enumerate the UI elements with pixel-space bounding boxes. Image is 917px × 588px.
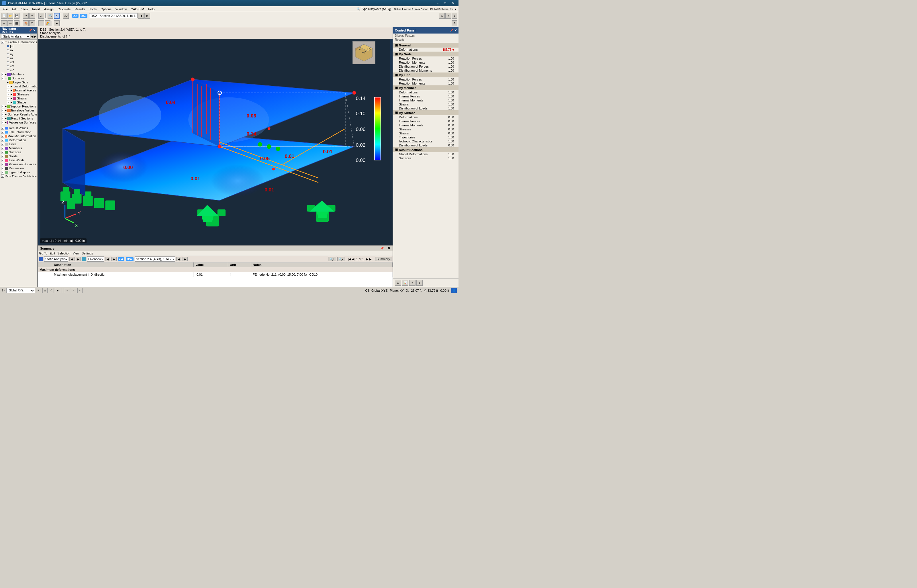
cp-table-btn[interactable]: ⊞ <box>395 280 401 286</box>
cube-navigator[interactable]: +Y +X +Z <box>352 41 375 64</box>
uy-radio[interactable] <box>7 53 9 55</box>
summary-nav-next3[interactable]: ▶ <box>182 257 188 261</box>
envelope-expand[interactable]: ▶ <box>5 109 6 112</box>
overview-dropdown[interactable]: Overview ▾ <box>87 257 104 262</box>
internal-forces-checkbox[interactable] <box>7 89 10 92</box>
nav-item-phiz[interactable]: φZ <box>0 68 37 72</box>
nav-item-uy[interactable]: uy <box>0 52 37 56</box>
cp-info-btn[interactable]: ℹ <box>417 280 423 286</box>
support-reactions-expand[interactable]: ▶ <box>5 105 6 108</box>
summary-nav-next1[interactable]: ▶ <box>76 257 81 261</box>
surfaces-checkbox[interactable] <box>1 77 4 80</box>
strains-checkbox[interactable] <box>7 97 10 100</box>
menu-cad-bim[interactable]: CAD-BIM <box>129 7 145 11</box>
cp-section-by-line[interactable]: ▣ By Line <box>393 73 458 78</box>
select-btn[interactable]: ↖ <box>54 13 60 19</box>
nav-item-support-reactions[interactable]: ▶ Support Reactions <box>0 104 37 108</box>
zoom-in-btn[interactable]: 🔍+ <box>328 257 336 261</box>
nav-item-maxmin-information[interactable]: Max/Min Information <box>0 134 37 138</box>
deformation-disp-checkbox[interactable] <box>1 139 4 142</box>
cp-list-btn[interactable]: ≡ <box>409 280 415 286</box>
line-welds-checkbox[interactable] <box>1 159 4 162</box>
sb-btn-6[interactable]: ↕ <box>71 288 76 293</box>
nav-item-u-abs[interactable]: |u| <box>0 44 37 48</box>
nav-item-envelope-values[interactable]: ▶ Envelope Values <box>0 108 37 112</box>
cp-section-general[interactable]: ▣ General <box>393 43 458 48</box>
summary-nav-prev2[interactable]: ◀ <box>105 257 110 261</box>
nav-item-phiy[interactable]: φY <box>0 64 37 68</box>
sb-btn-5[interactable]: → <box>65 288 70 293</box>
summary-goto[interactable]: Go To <box>39 252 47 255</box>
summary-close[interactable]: ✕ <box>388 246 390 250</box>
prev-section[interactable]: ◀ <box>138 13 144 19</box>
summary-view[interactable]: View <box>73 252 79 255</box>
support-reactions-checkbox[interactable] <box>1 105 4 108</box>
menu-assign[interactable]: Assign <box>42 7 55 11</box>
nav-item-values-surfaces-2[interactable]: Values on Surfaces <box>0 162 37 166</box>
nav-item-surface-results-adj[interactable]: ▶ Surface Results Adjustments <box>0 112 37 116</box>
members-checkbox[interactable] <box>1 73 4 76</box>
menu-view[interactable]: View <box>20 7 30 11</box>
global-deformations-arrow[interactable]: ▼ <box>5 41 7 44</box>
summary-pin[interactable]: 📌 <box>380 247 384 250</box>
nav-item-stresses[interactable]: ▶ Stresses <box>0 92 37 96</box>
deform-btn[interactable]: 〰 <box>39 20 44 26</box>
menu-insert[interactable]: Insert <box>31 7 42 11</box>
nav-item-ux[interactable]: ux <box>0 48 37 52</box>
analysis-type-dropdown[interactable]: Static Analysis ▾ <box>44 257 68 262</box>
maximize-btn[interactable]: □ <box>442 2 448 5</box>
cp-close[interactable]: ✕ <box>454 29 457 32</box>
animate-btn[interactable]: ▶ <box>54 20 60 26</box>
nav-item-deformation-disp[interactable]: Deformation <box>0 138 37 142</box>
title-info-checkbox[interactable] <box>1 131 4 134</box>
menu-options[interactable]: Options <box>99 7 113 11</box>
type-display-checkbox[interactable] <box>1 171 4 174</box>
internal-forces-expand[interactable]: ▶ <box>11 89 12 92</box>
shape-checkbox[interactable] <box>7 101 10 104</box>
nav-item-layer-side[interactable]: ▶ Layer Side <box>0 80 37 84</box>
dimension-checkbox[interactable] <box>1 167 4 170</box>
surface-adj-checkbox[interactable] <box>1 113 4 116</box>
summary-nav-prev3[interactable]: ◀ <box>176 257 181 261</box>
solids-checkbox[interactable] <box>1 155 4 158</box>
nav-item-members[interactable]: ▶ Members <box>0 72 37 76</box>
menu-calculate[interactable]: Calculate <box>56 7 73 11</box>
nav-close[interactable]: ✕ <box>33 29 36 32</box>
cp-pin[interactable]: 📌 <box>450 29 453 32</box>
nav-item-solids[interactable]: Solids <box>0 154 37 158</box>
cp-section-by-member[interactable]: ▣ By Member <box>393 86 458 90</box>
page-prev[interactable]: |◀ ◀ <box>348 257 354 261</box>
render-btn[interactable]: 🎨 <box>23 20 29 26</box>
color-btn[interactable]: 🌈 <box>45 20 50 26</box>
cp-section-by-surface[interactable]: ▣ By Surface <box>393 110 458 115</box>
surface-btn[interactable]: ⬛ <box>14 20 19 26</box>
sb-btn-3[interactable]: ⬡ <box>49 288 54 293</box>
menu-edit[interactable]: Edit <box>10 7 19 11</box>
settings-btn[interactable]: ⚙ <box>452 20 457 26</box>
values-on-surfaces-checkbox[interactable] <box>1 121 4 124</box>
3d-view[interactable]: 0.04 0.06 0.14 0.00 0.01 0.05 0.01 0.01 … <box>38 39 392 245</box>
local-def-checkbox[interactable] <box>7 85 10 88</box>
sb-btn-4[interactable]: ◈ <box>55 288 60 293</box>
global-deformations-checkbox[interactable] <box>1 41 4 44</box>
members-expand[interactable]: ▶ <box>5 73 6 76</box>
maxmin-info-checkbox[interactable] <box>1 135 4 138</box>
u-abs-radio[interactable] <box>7 45 9 47</box>
viewport-canvas[interactable]: 0.04 0.06 0.14 0.00 0.01 0.05 0.01 0.01 … <box>38 39 392 245</box>
surface-adj-expand[interactable]: ▶ <box>5 113 6 116</box>
phiz-radio[interactable] <box>7 69 9 71</box>
nav-item-type-of-display[interactable]: Type of display <box>0 170 37 174</box>
strains-expand[interactable]: ▶ <box>11 97 12 100</box>
node-btn[interactable]: ● <box>1 20 7 26</box>
nav-item-members-disp[interactable]: Members <box>0 146 37 150</box>
local-def-expand[interactable]: ▶ <box>11 85 12 88</box>
sb-btn-7[interactable]: ⤢ <box>77 288 82 293</box>
search-box[interactable]: 🔍 Type a keyword (Alt+Q) <box>356 8 392 11</box>
stresses-checkbox[interactable] <box>7 93 10 96</box>
layer-side-expand[interactable]: ▶ <box>7 81 9 84</box>
nav-item-values-on-surfaces[interactable]: ▶ Values on Surfaces <box>0 120 37 124</box>
nav-next[interactable]: ▶ <box>34 35 36 39</box>
summary-selection[interactable]: Selection <box>57 252 70 255</box>
cp-section-result-sections[interactable]: ▣ Result Sections <box>393 147 458 152</box>
page-next[interactable]: ▶ ▶| <box>366 257 372 261</box>
